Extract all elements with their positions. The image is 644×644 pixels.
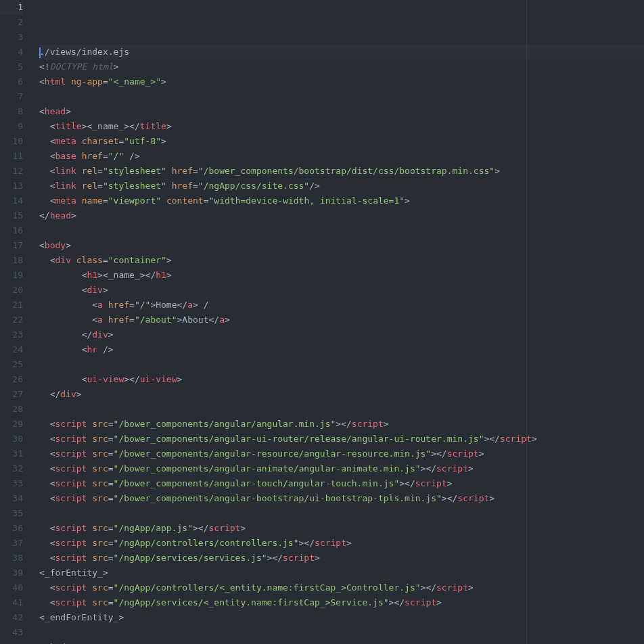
token-a: src xyxy=(92,582,108,593)
token-s: "/ngApp/app.js" xyxy=(114,523,193,533)
token-p: = xyxy=(108,434,114,444)
line-number: 8 xyxy=(0,104,23,119)
token-t: div xyxy=(87,285,102,295)
code-line[interactable]: <base href="/" /> xyxy=(39,149,644,164)
code-line[interactable]: <!DOCTYPE html> xyxy=(39,60,644,74)
token-t: ui-view xyxy=(140,374,177,384)
code-line[interactable]: <title><_name_></title> xyxy=(39,119,644,134)
token-p: </ xyxy=(209,315,220,325)
code-line[interactable]: <script src="/ngApp/app.js"></script> xyxy=(39,521,644,536)
token-s: "/ngApp/services/services.js" xyxy=(114,553,267,563)
line-number: 14 xyxy=(0,193,23,208)
token-t: script xyxy=(352,419,384,429)
code-line[interactable]: </head> xyxy=(39,208,644,223)
token-p: </ xyxy=(145,270,156,280)
code-line[interactable]: </body> xyxy=(39,640,644,644)
code-area[interactable]: ./views/index.ejs<!DOCTYPE html><html ng… xyxy=(32,0,644,644)
line-number: 12 xyxy=(0,164,23,179)
code-line[interactable]: <script src="/ngApp/controllers/controll… xyxy=(39,536,644,551)
token-p: > xyxy=(468,463,474,474)
token-p: </ xyxy=(436,448,447,459)
code-line[interactable]: <h1><_name_></h1> xyxy=(39,268,644,283)
token-p: = xyxy=(193,181,198,191)
line-number: 30 xyxy=(0,432,23,446)
code-line[interactable]: <meta charset="utf-8"> xyxy=(39,134,644,149)
token-p: </ xyxy=(272,553,283,563)
token-t: script xyxy=(415,478,447,488)
token-a: src xyxy=(92,523,108,533)
code-line[interactable]: <link rel="stylesheet" href="/bower_comp… xyxy=(39,164,644,179)
token-c: DOCTYPE html xyxy=(50,62,114,72)
code-line[interactable]: <div class="container"> xyxy=(39,253,644,268)
code-editor[interactable]: 1234567891011121314151617181920212223242… xyxy=(0,0,644,644)
code-line[interactable]: <hr /> xyxy=(39,342,644,357)
code-line[interactable]: <script src="/bower_components/angular/a… xyxy=(39,417,644,432)
code-line[interactable]: ./views/index.ejs xyxy=(39,45,644,60)
token-p: </ xyxy=(426,463,436,474)
token-p: > xyxy=(384,419,389,429)
token-p: > xyxy=(66,240,71,250)
code-line[interactable]: <div> xyxy=(39,283,644,298)
code-line[interactable] xyxy=(39,625,644,640)
token-a: href xyxy=(82,151,103,161)
code-line[interactable] xyxy=(39,402,644,417)
code-line[interactable]: </div> xyxy=(39,387,644,402)
token-p xyxy=(76,181,82,191)
line-number: 19 xyxy=(0,268,23,283)
token-txt: / xyxy=(198,300,209,310)
token-s: "/bower_components/angular-ui-router/rel… xyxy=(114,434,484,444)
code-line[interactable]: <link rel="stylesheet" href="/ngApp/css/… xyxy=(39,179,644,193)
code-line[interactable] xyxy=(39,357,644,372)
token-s: "/bower_components/angular-touch/angular… xyxy=(114,478,400,488)
code-line[interactable]: <script src="/bower_components/angular-a… xyxy=(39,461,644,476)
line-number: 2 xyxy=(0,15,23,30)
token-t: body xyxy=(45,240,66,250)
code-line[interactable]: <script src="/bower_components/angular-r… xyxy=(39,446,644,461)
token-t: script xyxy=(55,434,87,444)
code-line[interactable]: <ui-view></ui-view> xyxy=(39,372,644,387)
line-number: 27 xyxy=(0,387,23,402)
code-line[interactable] xyxy=(39,223,644,238)
token-p: = xyxy=(103,151,108,161)
token-p: = xyxy=(108,419,114,429)
code-line[interactable] xyxy=(39,89,644,104)
token-p xyxy=(161,196,166,206)
line-number: 17 xyxy=(0,238,23,253)
token-p xyxy=(76,151,82,161)
code-line[interactable]: <script src="/ngApp/controllers/<_entity… xyxy=(39,580,644,595)
code-line[interactable]: <script src="/bower_components/angular-b… xyxy=(39,491,644,506)
line-number: 7 xyxy=(0,89,23,104)
code-line[interactable]: <_forEntity_> xyxy=(39,566,644,580)
token-t: title xyxy=(55,121,81,131)
token-p xyxy=(103,300,108,310)
token-a: src xyxy=(92,597,108,607)
token-t: script xyxy=(447,448,479,459)
line-number: 35 xyxy=(0,506,23,521)
token-p: > xyxy=(479,448,484,459)
code-line[interactable]: <_endForEntity_> xyxy=(39,610,644,625)
token-p: < xyxy=(92,300,97,310)
code-line[interactable]: <script src="/ngApp/services/services.js… xyxy=(39,551,644,566)
token-p: = xyxy=(129,300,135,310)
code-line[interactable]: <script src="/bower_components/angular-u… xyxy=(39,432,644,446)
code-line[interactable]: </div> xyxy=(39,327,644,342)
token-t: script xyxy=(500,434,532,444)
code-line[interactable]: <a href="/">Home</a> / xyxy=(39,298,644,313)
token-p: > xyxy=(124,374,129,384)
token-p: > xyxy=(76,389,82,399)
code-line[interactable]: <head> xyxy=(39,104,644,119)
code-line[interactable]: <script src="/ngApp/services/<_entity.na… xyxy=(39,595,644,610)
token-p: /> xyxy=(124,151,139,161)
code-line[interactable]: <body> xyxy=(39,238,644,253)
token-p: </ xyxy=(129,374,140,384)
code-line[interactable]: <html ng-app="<_name_>"> xyxy=(39,74,644,89)
line-number: 26 xyxy=(0,372,23,387)
code-line[interactable]: <script src="/bower_components/angular-t… xyxy=(39,476,644,491)
code-line[interactable] xyxy=(39,506,644,521)
token-t: a xyxy=(97,300,103,310)
code-line[interactable]: <a href="/about">About</a> xyxy=(39,313,644,327)
token-p: </ xyxy=(447,493,458,503)
line-number: 36 xyxy=(0,521,23,536)
code-line[interactable]: <meta name="viewport" content="width=dev… xyxy=(39,193,644,208)
token-t: div xyxy=(55,255,70,265)
